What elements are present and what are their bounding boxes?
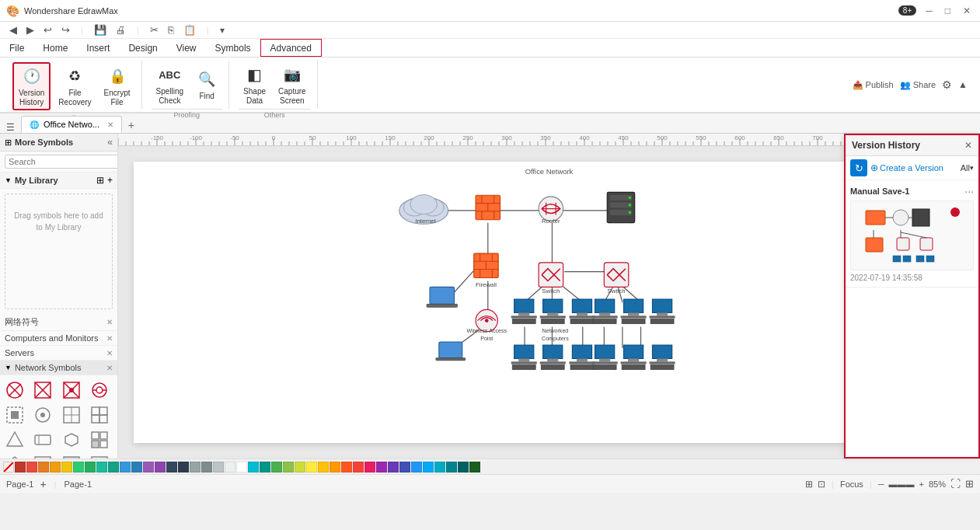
symbol-5[interactable] bbox=[3, 403, 26, 427]
qa-back[interactable]: ◀ bbox=[6, 23, 20, 37]
qa-undo[interactable]: ↩ bbox=[40, 23, 55, 37]
color-swatch[interactable] bbox=[178, 462, 189, 472]
symbol-11[interactable] bbox=[60, 428, 83, 452]
symbol-13[interactable] bbox=[3, 453, 26, 459]
color-transparent[interactable] bbox=[3, 462, 14, 472]
focus-label[interactable]: Focus bbox=[840, 479, 863, 489]
color-swatch[interactable] bbox=[166, 462, 177, 472]
close-network-icon[interactable]: ✕ bbox=[106, 318, 113, 326]
close-network-symbols-icon[interactable]: ✕ bbox=[106, 364, 113, 372]
color-swatch[interactable] bbox=[271, 462, 282, 472]
version-thumbnail[interactable] bbox=[850, 200, 974, 270]
add-page-btn[interactable]: + bbox=[40, 478, 46, 490]
fullscreen-btn[interactable]: ⛶ bbox=[950, 478, 961, 490]
symbol-4[interactable] bbox=[88, 378, 111, 402]
category-network-symbols[interactable]: ▼ Network Symbols ✕ bbox=[0, 361, 117, 375]
color-swatch[interactable] bbox=[434, 462, 445, 472]
vh-close-icon[interactable]: ✕ bbox=[964, 140, 972, 151]
qa-copy[interactable]: ⎘ bbox=[165, 23, 177, 37]
capture-screen-btn[interactable]: 📷 CaptureScreen bbox=[274, 62, 311, 107]
color-swatch[interactable] bbox=[341, 462, 352, 472]
vh-create-btn[interactable]: ⊕ Create a Version bbox=[870, 162, 943, 173]
menu-home[interactable]: Home bbox=[33, 39, 77, 57]
zoom-out-btn[interactable]: ─ bbox=[878, 479, 884, 489]
color-swatch[interactable] bbox=[73, 462, 84, 472]
category-network[interactable]: 网络符号 ✕ bbox=[0, 314, 117, 331]
shape-data-btn[interactable]: ◧ ShapeData bbox=[239, 62, 270, 107]
my-library-section[interactable]: ▼ My Library ⊞ + bbox=[0, 173, 117, 189]
category-servers[interactable]: Servers ✕ bbox=[0, 346, 117, 361]
page-label[interactable]: Page-1 bbox=[6, 479, 33, 489]
color-swatch[interactable] bbox=[38, 462, 49, 472]
symbol-2[interactable] bbox=[31, 378, 54, 402]
qa-print[interactable]: 🖨 bbox=[113, 23, 129, 37]
category-computers[interactable]: Computers and Monitors ✕ bbox=[0, 331, 117, 346]
color-swatch[interactable] bbox=[190, 462, 201, 472]
symbol-6[interactable] bbox=[31, 403, 54, 427]
color-swatch[interactable] bbox=[469, 462, 480, 472]
qa-save[interactable]: 💾 bbox=[91, 23, 110, 37]
find-btn[interactable]: 🔍 Find bbox=[191, 67, 222, 103]
qa-forward[interactable]: ▶ bbox=[23, 23, 37, 37]
color-swatch[interactable] bbox=[295, 462, 305, 472]
settings-btn[interactable]: ⚙ bbox=[942, 78, 952, 91]
close-computers-icon[interactable]: ✕ bbox=[106, 334, 113, 343]
collapse-ribbon-btn[interactable]: ▲ bbox=[958, 79, 968, 90]
symbol-1[interactable] bbox=[3, 378, 26, 402]
actual-size-icon[interactable]: ⊡ bbox=[818, 479, 825, 490]
color-swatch[interactable] bbox=[318, 462, 329, 472]
maximize-btn[interactable]: □ bbox=[942, 5, 954, 16]
sidebar-collapse-btn[interactable]: « bbox=[107, 137, 113, 148]
menu-advanced[interactable]: Advanced bbox=[260, 39, 322, 57]
close-servers-icon[interactable]: ✕ bbox=[106, 349, 113, 357]
symbol-8[interactable] bbox=[88, 403, 111, 427]
symbol-14[interactable] bbox=[31, 453, 54, 459]
color-swatch[interactable] bbox=[376, 462, 387, 472]
diagram-canvas[interactable]: Office Network bbox=[134, 162, 964, 443]
search-input[interactable] bbox=[5, 155, 118, 169]
color-swatch[interactable] bbox=[108, 462, 119, 472]
new-library-icon[interactable]: ⊞ bbox=[96, 175, 104, 186]
fit-page-icon[interactable]: ⊞ bbox=[805, 479, 813, 490]
file-recovery-btn[interactable]: ♻ FileRecovery bbox=[54, 64, 96, 109]
vh-refresh-btn[interactable]: ↻ bbox=[850, 159, 867, 176]
menu-view[interactable]: View bbox=[167, 39, 206, 57]
publish-btn[interactable]: 📤 Publish bbox=[853, 80, 894, 90]
color-swatch[interactable] bbox=[155, 462, 166, 472]
color-swatch[interactable] bbox=[248, 462, 259, 472]
symbol-10[interactable] bbox=[31, 428, 54, 452]
symbol-16[interactable] bbox=[88, 453, 111, 459]
color-swatch[interactable] bbox=[236, 462, 247, 472]
add-tab-btn[interactable]: + bbox=[124, 117, 139, 133]
tab-office-network[interactable]: 🌐 Office Netwo... ✕ bbox=[21, 116, 122, 133]
add-library-icon[interactable]: + bbox=[107, 175, 113, 186]
encrypt-file-btn[interactable]: 🔒 EncryptFile bbox=[99, 64, 135, 109]
color-swatch[interactable] bbox=[50, 462, 61, 472]
view-more-btn[interactable]: ⊞ bbox=[965, 478, 974, 490]
menu-symbols[interactable]: Symbols bbox=[206, 39, 260, 57]
color-swatch[interactable] bbox=[364, 462, 375, 472]
menu-design[interactable]: Design bbox=[119, 39, 166, 57]
spelling-check-btn[interactable]: ABC SpellingCheck bbox=[152, 62, 189, 107]
color-swatch[interactable] bbox=[423, 462, 434, 472]
color-swatch[interactable] bbox=[399, 462, 410, 472]
color-swatch[interactable] bbox=[85, 462, 96, 472]
color-swatch[interactable] bbox=[15, 462, 26, 472]
qa-paste[interactable]: 📋 bbox=[180, 23, 199, 37]
color-swatch[interactable] bbox=[306, 462, 317, 472]
color-swatch[interactable] bbox=[458, 462, 469, 472]
color-swatch[interactable] bbox=[260, 462, 270, 472]
minimize-btn[interactable]: ─ bbox=[922, 5, 936, 16]
menu-insert[interactable]: Insert bbox=[77, 39, 119, 57]
color-swatch[interactable] bbox=[446, 462, 457, 472]
version-item-menu-btn[interactable]: ··· bbox=[964, 185, 974, 197]
color-swatch[interactable] bbox=[411, 462, 422, 472]
color-swatch[interactable] bbox=[225, 462, 235, 472]
version-history-btn[interactable]: 🕐 VersionHistory bbox=[12, 62, 51, 110]
vh-filter-btn[interactable]: All ▾ bbox=[961, 163, 974, 173]
qa-redo[interactable]: ↪ bbox=[58, 23, 73, 37]
color-swatch[interactable] bbox=[330, 462, 340, 472]
symbol-12[interactable] bbox=[88, 428, 111, 452]
color-swatch[interactable] bbox=[96, 462, 107, 472]
menu-file[interactable]: File bbox=[0, 39, 33, 57]
